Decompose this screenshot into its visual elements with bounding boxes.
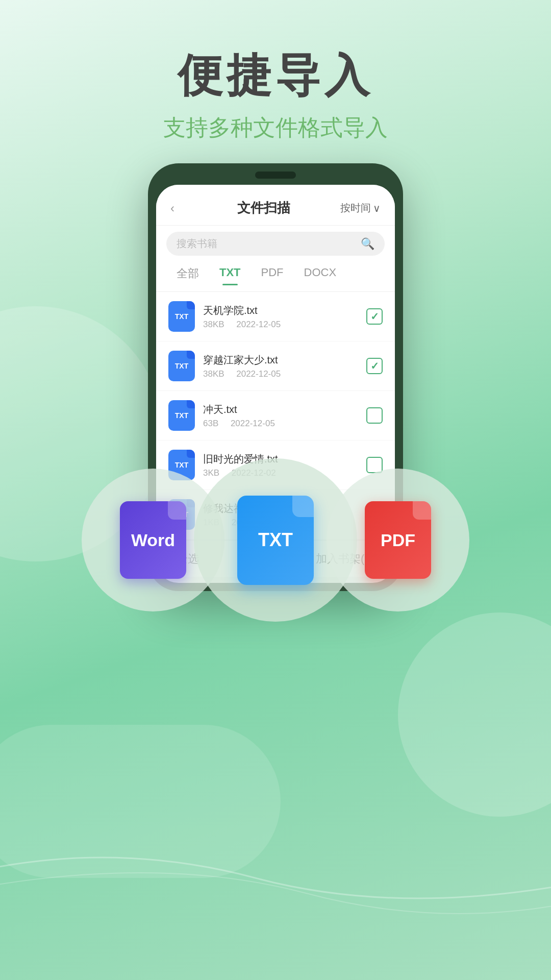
txt-label: TXT <box>258 529 293 551</box>
search-input-wrap[interactable]: 搜索书籍 🔍 <box>166 232 385 256</box>
checkbox-1[interactable] <box>366 308 383 325</box>
file-name-1: 天机学院.txt <box>203 304 358 317</box>
app-title: 文件扫描 <box>237 199 290 217</box>
file-item-3[interactable]: TXT 冲天.txt 63B 2022-12-05 <box>156 391 395 440</box>
app-header: ‹ 文件扫描 按时间 ∨ <box>156 185 395 226</box>
word-file-icon: Word <box>120 501 186 579</box>
tabs-row: 全部 TXT PDF DOCX <box>156 262 395 292</box>
tab-docx[interactable]: DOCX <box>294 262 347 285</box>
main-title: 便捷导入 <box>0 51 551 101</box>
floating-icons-area: Word TXT PDF <box>82 469 469 622</box>
search-placeholder: 搜索书籍 <box>177 237 357 251</box>
checkbox-2[interactable] <box>366 358 383 374</box>
header-area: 便捷导入 支持多种文件格式导入 <box>0 0 551 174</box>
file-meta-1: 38KB 2022-12-05 <box>203 320 358 330</box>
file-meta-3: 63B 2022-12-05 <box>203 419 358 429</box>
back-button[interactable]: ‹ <box>170 201 187 215</box>
bg-decoration-2 <box>398 612 551 817</box>
phone-notch <box>255 172 296 179</box>
search-icon: 🔍 <box>361 237 374 251</box>
file-name-2: 穿越江家大少.txt <box>203 353 358 367</box>
checkbox-3[interactable] <box>366 407 383 424</box>
tab-txt[interactable]: TXT <box>209 262 251 285</box>
search-bar-container: 搜索书籍 🔍 <box>156 226 395 262</box>
file-info-2: 穿越江家大少.txt 38KB 2022-12-05 <box>203 353 358 379</box>
file-icon-txt: TXT <box>168 301 195 332</box>
pdf-label: PDF <box>381 530 415 550</box>
file-name-3: 冲天.txt <box>203 403 358 416</box>
sort-label: 按时间 <box>340 201 371 215</box>
phone-container: ‹ 文件扫描 按时间 ∨ 搜索书籍 🔍 全部 T <box>148 163 403 591</box>
tab-pdf[interactable]: PDF <box>251 262 294 285</box>
word-label: Word <box>131 530 175 550</box>
sort-chevron-icon: ∨ <box>373 202 381 214</box>
file-item-1[interactable]: TXT 天机学院.txt 38KB 2022-12-05 <box>156 292 395 341</box>
file-info-3: 冲天.txt 63B 2022-12-05 <box>203 403 358 429</box>
file-icon-txt-3: TXT <box>168 400 195 431</box>
wave-decoration <box>0 827 551 929</box>
file-item-2[interactable]: TXT 穿越江家大少.txt 38KB 2022-12-05 <box>156 341 395 391</box>
pdf-circle: PDF <box>327 469 469 611</box>
sort-button[interactable]: 按时间 ∨ <box>340 201 381 215</box>
file-info-1: 天机学院.txt 38KB 2022-12-05 <box>203 304 358 330</box>
file-meta-2: 38KB 2022-12-05 <box>203 369 358 379</box>
txt-file-icon: TXT <box>237 496 314 585</box>
sub-title: 支持多种文件格式导入 <box>0 113 551 143</box>
file-icon-txt-2: TXT <box>168 351 195 381</box>
pdf-file-icon: PDF <box>365 501 431 579</box>
tab-all[interactable]: 全部 <box>166 262 209 285</box>
